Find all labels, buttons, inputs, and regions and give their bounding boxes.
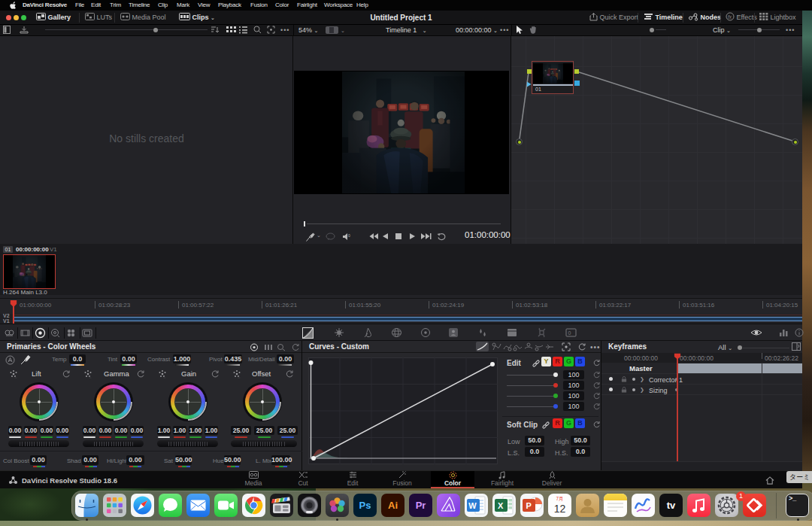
svg-text:P: P: [526, 501, 532, 510]
svg-text:W: W: [468, 501, 477, 510]
svg-text:X: X: [498, 501, 504, 510]
